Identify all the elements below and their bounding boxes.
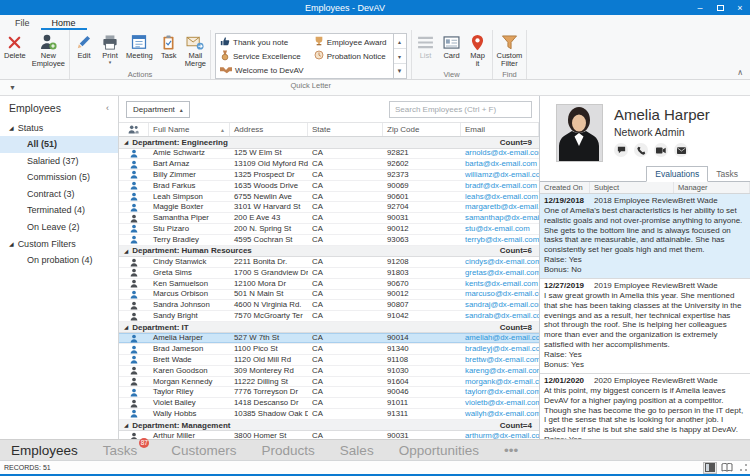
table-row[interactable]: Arthur Miller3800 Homer StCA90031arthurm… <box>119 431 539 439</box>
tab-file[interactable]: File <box>4 15 41 30</box>
gallery-scroll-down-icon[interactable]: ▾ <box>394 49 406 64</box>
column-header-state[interactable]: State <box>308 123 383 136</box>
filter-dropdown-icon[interactable]: ▼ <box>9 84 16 91</box>
phone-contact-button[interactable] <box>634 143 648 157</box>
map-it-button[interactable]: Map it <box>465 31 491 69</box>
table-row[interactable]: Brad Jameson1100 Pico StCA91340bradleyj@… <box>119 344 539 355</box>
cell-email-link[interactable]: margaretb@dx-email.com <box>461 202 539 212</box>
print-button[interactable]: Print▾ <box>97 31 123 69</box>
employee-award-item[interactable]: Employee Award <box>310 35 393 49</box>
edit-button[interactable]: Edit <box>71 31 97 69</box>
table-row[interactable]: Maggie Boxter3101 W Harvard StCA92704mar… <box>119 202 539 213</box>
table-row[interactable]: Samantha Piper200 E Ave 43CA90031samanth… <box>119 213 539 224</box>
tab-tasks[interactable]: Tasks <box>708 167 746 181</box>
cell-email-link[interactable]: kareng@dx-email.com <box>461 366 539 376</box>
table-row[interactable]: Leah Simpson6755 Newlin AveCA90601leahs@… <box>119 192 539 203</box>
detail-view-toggle-icon[interactable] <box>703 462 717 474</box>
meeting-button[interactable]: Meeting <box>123 31 156 69</box>
group-row-department-human-resources[interactable]: ◢Department: Human ResourcesCount=6 <box>119 246 539 258</box>
cell-email-link[interactable]: sandraj@dx-email.com <box>461 300 539 310</box>
sidebar-item-on-probation-4[interactable]: On probation (4) <box>0 252 118 269</box>
cell-email-link[interactable]: terryb@dx-email.com <box>461 235 539 245</box>
evaluation-entry[interactable]: 12/27/20192019 Employee ReviewBrett Wade… <box>540 279 750 374</box>
service-excellence-item[interactable]: Service Excellence <box>216 49 310 63</box>
table-row[interactable]: Brad Farkus1635 Woods DriveCA90069bradf@… <box>119 181 539 192</box>
cell-email-link[interactable]: cindys@dx-email.com <box>461 257 539 267</box>
group-row-department-management[interactable]: ◢Department: ManagementCount=4 <box>119 420 539 432</box>
table-row[interactable]: Billy Zimmer1325 Prospect DrCA92373willi… <box>119 170 539 181</box>
cell-email-link[interactable]: gretas@dx-email.com <box>461 268 539 278</box>
cell-email-link[interactable]: kents@dx-email.com <box>461 279 539 289</box>
cell-email-link[interactable]: arthurm@dx-email.com <box>461 431 539 439</box>
table-row[interactable]: Ken Samuelson12100 Mora DrCA90670kents@d… <box>119 279 539 290</box>
cell-email-link[interactable]: bradf@dx-email.com <box>461 181 539 191</box>
search-input[interactable] <box>389 101 532 118</box>
table-row[interactable]: Marcus Orbison501 N Main StCA90012marcus… <box>119 290 539 301</box>
cell-email-link[interactable]: leahs@dx-email.com <box>461 192 539 202</box>
cell-email-link[interactable]: arnolds@dx-email.com <box>461 148 539 158</box>
eval-column-created-on[interactable]: Created On <box>540 182 590 193</box>
thank-you-note-item[interactable]: Thank you note <box>216 35 310 49</box>
nav-item-employees[interactable]: Employees <box>11 443 78 458</box>
column-header-zip-code[interactable]: Zip Code <box>383 123 461 136</box>
group-row-department-engineering[interactable]: ◢Department: EngineeringCount=9 <box>119 137 539 149</box>
cell-email-link[interactable]: samanthap@dx-email.com <box>461 213 539 223</box>
tree-section-custom-filters[interactable]: ◢Custom Filters <box>0 235 118 252</box>
custom-filter-button[interactable]: Custom Filter <box>494 31 526 69</box>
new-employee-button[interactable]: New Employee <box>29 31 68 69</box>
probation-notice-item[interactable]: Probation Notice <box>310 49 393 63</box>
cell-email-link[interactable]: violetb@dx-email.com <box>461 398 539 408</box>
cell-email-link[interactable]: morgank@dx-email.com <box>461 377 539 387</box>
cell-email-link[interactable]: wallyh@dx-email.com <box>461 409 539 419</box>
table-row[interactable]: Taylor Riley7776 Torreyson DrCA90046tayl… <box>119 387 539 398</box>
cell-email-link[interactable]: marcuso@dx-email.com <box>461 289 539 299</box>
cell-email-link[interactable]: barta@dx-email.com <box>461 159 539 169</box>
table-row[interactable]: Sandra Johnson4600 N Virginia Rd.CA90807… <box>119 300 539 311</box>
sidebar-collapse-icon[interactable]: ‹ <box>106 103 109 113</box>
close-button[interactable]: × <box>730 0 750 15</box>
column-header-address[interactable]: Address <box>230 123 308 136</box>
card-button[interactable]: Card <box>439 31 465 69</box>
table-row[interactable]: Terry Bradley4595 Cochran StCA93063terry… <box>119 235 539 246</box>
table-row[interactable]: Brett Wade1120 Old Mill RdCA91108brettw@… <box>119 355 539 366</box>
group-row-department-it[interactable]: ◢Department: ITCount=8 <box>119 322 539 334</box>
cell-email-link[interactable]: brettw@dx-email.com <box>461 355 539 365</box>
delete-button[interactable]: Delete <box>1 31 29 69</box>
reading-view-toggle-icon[interactable] <box>720 462 734 474</box>
sidebar-item-terminated-4[interactable]: Terminated (4) <box>0 202 118 219</box>
tree-section-status[interactable]: ◢Status <box>0 119 118 136</box>
gallery-scroll-up-icon[interactable]: ▴ <box>394 34 406 49</box>
nav-item-products[interactable]: Products <box>262 443 315 458</box>
minimize-button[interactable]: – <box>690 0 710 15</box>
sidebar-item-commission-5[interactable]: Commission (5) <box>0 169 118 186</box>
cell-email-link[interactable]: sandrab@dx-email.com <box>461 311 539 321</box>
column-header-icon[interactable] <box>119 123 149 136</box>
table-row[interactable]: Cindy Stanwick2211 Bonita Dr.CA91208cind… <box>119 257 539 268</box>
table-row[interactable]: Violet Bailey1418 Descanso DrCA91011viol… <box>119 398 539 409</box>
group-by-department-button[interactable]: Department ▴ <box>126 101 190 118</box>
mail-merge-button[interactable]: Mail Merge <box>182 31 209 69</box>
welcome-to-devav-item[interactable]: Welcome to DevAV <box>216 63 310 77</box>
resize-grip[interactable] <box>740 464 747 471</box>
mail-contact-button[interactable] <box>674 143 688 157</box>
table-row[interactable]: Wally Hobbs10385 Shadow Oak DrCA91311wal… <box>119 409 539 420</box>
cell-email-link[interactable]: bradleyj@dx-email.com <box>461 344 539 354</box>
column-header-email[interactable]: Email <box>461 123 539 136</box>
tab-evaluations[interactable]: Evaluations <box>646 166 708 182</box>
sidebar-item-on-leave-2[interactable]: On Leave (2) <box>0 219 118 236</box>
table-row[interactable]: Greta Sims1700 S Grandview Dr.CA91803gre… <box>119 268 539 279</box>
nav-overflow-button[interactable]: ••• <box>504 443 518 458</box>
sidebar-item-contract-3[interactable]: Contract (3) <box>0 186 118 203</box>
eval-column-manager[interactable]: Manager <box>674 182 750 193</box>
sidebar-item-all-51[interactable]: All (51) <box>0 136 118 153</box>
nav-item-tasks[interactable]: Tasks87 <box>103 443 138 458</box>
column-header-full-name[interactable]: Full Name▲ <box>149 123 230 136</box>
nav-item-opportunities[interactable]: Opportunities <box>399 443 479 458</box>
cell-email-link[interactable]: stu@dx-email.com <box>461 224 539 234</box>
task-button[interactable]: Task <box>156 31 182 69</box>
table-row[interactable]: Bart Arnaz13109 Old Myford RdCA92602bart… <box>119 159 539 170</box>
eval-column-subject[interactable]: Subject <box>590 182 674 193</box>
table-row[interactable]: Karen Goodson309 Monterey RdCA91030karen… <box>119 366 539 377</box>
cell-email-link[interactable]: ameliah@dx-email.com <box>461 333 539 343</box>
cell-email-link[interactable]: taylorr@dx-email.com <box>461 387 539 397</box>
